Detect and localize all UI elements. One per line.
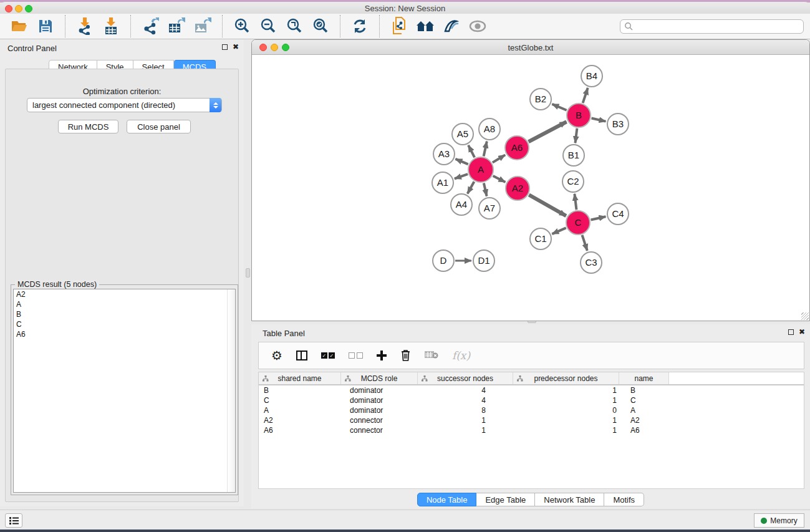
new-network-from-selection-icon[interactable] [386,16,412,37]
show-hide-style-icon[interactable] [438,16,465,37]
table-cell[interactable]: A6 [259,426,341,435]
table-row[interactable]: A6connector11A6 [259,425,804,435]
graph-edge-A-A5[interactable] [468,145,475,158]
graph-edge-A-A7[interactable] [484,183,487,196]
table-cell[interactable]: connector [341,416,418,425]
tab-network-table[interactable]: Network Table [535,493,604,506]
table-cell[interactable]: 0 [513,406,619,415]
gear-icon[interactable]: ⚙ [271,349,282,362]
mcds-result-list[interactable]: A2ABCA6 [13,289,236,493]
table-cell[interactable]: 1 [513,426,619,435]
network-canvas[interactable]: B4B2BB3A5A8A6A3B1AA1C2A2A4A7C4CC1C3DD1 [252,56,809,321]
select-all-icon[interactable]: ✓✓ [321,352,335,359]
table-cell[interactable]: 1 [513,416,619,425]
table-cell[interactable]: C [619,396,669,405]
tab-edge-table[interactable]: Edge Table [476,493,535,506]
tab-node-table[interactable]: Node Table [417,493,477,506]
node-table[interactable]: shared name MCDS role successor nodes pr… [258,372,804,489]
graph-edge-C-C3[interactable] [582,235,587,251]
graph-edge-B-B2[interactable] [552,104,566,110]
open-file-icon[interactable] [6,16,32,37]
memory-button[interactable]: Memory [754,513,804,528]
mcds-result-item[interactable]: A [14,299,235,309]
table-cell[interactable]: 4 [418,386,513,395]
task-history-button[interactable] [5,513,22,528]
float-panel-icon[interactable] [222,44,228,50]
table-cell[interactable]: A6 [619,426,669,435]
table-cell[interactable]: A2 [259,416,341,425]
column-header-predecessor-nodes[interactable]: predecessor nodes [513,372,619,384]
search-field[interactable] [620,19,804,34]
zoom-in-icon[interactable] [229,16,255,37]
table-cell[interactable]: B [619,386,669,395]
graph-edge-A-A8[interactable] [484,142,487,157]
run-mcds-button[interactable]: Run MCDS [58,120,118,133]
show-hide-eye-icon[interactable] [465,16,491,37]
graph-edge-C-C2[interactable] [574,194,576,210]
criterion-dropdown[interactable]: largest connected component (directed) [27,98,222,112]
table-cell[interactable]: A2 [619,416,669,425]
graph-edge-A-A4[interactable] [468,181,475,193]
table-row[interactable]: Cdominator41C [259,395,804,405]
add-column-icon[interactable] [377,351,387,360]
graph-edge-A-A3[interactable] [455,159,468,165]
graph-edge-B-B4[interactable] [583,88,588,103]
table-cell[interactable]: dominator [341,386,418,395]
home-layout-icon[interactable] [412,16,438,37]
graph-edge-B-B3[interactable] [591,118,605,122]
table-cell[interactable]: connector [341,426,418,435]
graph-edge-C-C1[interactable] [552,228,566,234]
table-row[interactable]: Bdominator41B [259,385,804,395]
export-image-icon[interactable] [190,16,216,37]
graph-edge-B-B1[interactable] [575,128,577,143]
search-input[interactable] [634,20,803,33]
graph-edge-A-A2[interactable] [493,176,506,182]
graph-edge-A-A6[interactable] [493,155,505,162]
save-session-icon[interactable] [32,16,59,37]
table-cell[interactable]: 1 [418,426,513,435]
table-cell[interactable]: 4 [418,396,513,405]
table-cell[interactable]: A [619,406,669,415]
table-cell[interactable]: 1 [513,386,619,395]
table-cell[interactable]: 8 [418,406,513,415]
zoom-out-icon[interactable] [255,16,281,37]
graph-edge-A2-C[interactable] [529,195,566,216]
table-close-panel-icon[interactable]: ✖ [799,329,805,335]
window-resize-grip[interactable] [801,312,809,320]
column-selector-icon[interactable] [296,351,307,360]
table-cell[interactable]: 1 [513,396,619,405]
table-cell[interactable]: C [259,396,341,405]
table-cell[interactable]: B [259,386,341,395]
table-cell[interactable]: dominator [341,396,418,405]
column-header-mcds-role[interactable]: MCDS role [341,372,418,384]
column-header-name[interactable]: name [619,372,669,384]
table-row[interactable]: Adominator80A [259,405,804,415]
refresh-icon[interactable] [347,16,373,37]
trash-icon[interactable] [400,349,411,363]
table-cell[interactable]: 1 [418,416,513,425]
close-panel-button[interactable]: Close panel [127,120,191,133]
table-float-panel-icon[interactable] [788,329,794,335]
zoom-fit-icon[interactable] [281,16,307,37]
import-table-icon[interactable] [98,16,124,37]
vertical-splitter-handle[interactable] [246,268,250,278]
mcds-result-item[interactable]: A6 [14,329,235,339]
close-panel-icon[interactable]: ✖ [233,44,239,50]
import-network-icon[interactable] [72,16,98,37]
function-builder-icon[interactable]: f(x) [452,349,470,362]
zoom-selected-icon[interactable] [307,16,334,37]
export-table-icon[interactable] [163,16,190,37]
result-list-scrollbar[interactable] [227,289,235,492]
mcds-result-item[interactable]: B [14,309,235,319]
graph-edge-C-C4[interactable] [591,216,606,220]
tab-motifs[interactable]: Motifs [604,493,644,506]
unselect-all-icon[interactable] [349,352,363,359]
column-header-shared-name[interactable]: shared name [259,372,341,384]
delete-table-icon[interactable] [425,350,438,361]
table-row[interactable]: A2connector11A2 [259,415,804,425]
export-network-icon[interactable] [137,16,163,37]
column-header-successor-nodes[interactable]: successor nodes [418,372,513,384]
graph-edge-A-A1[interactable] [455,174,468,178]
graph-edge-A6-B[interactable] [529,122,567,142]
mcds-result-item[interactable]: C [14,319,235,329]
